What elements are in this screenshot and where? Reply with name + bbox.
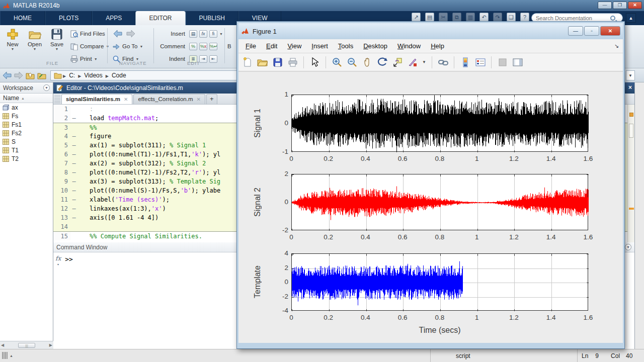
- open-file-icon[interactable]: [257, 56, 268, 68]
- workspace-variable-row[interactable]: Fs2: [0, 129, 53, 137]
- workspace-variable-row[interactable]: T1: [0, 146, 53, 154]
- redo-icon[interactable]: ↷: [493, 13, 502, 22]
- workspace-variable-row[interactable]: S: [0, 137, 53, 146]
- collapse-toolstrip-button[interactable]: ▲: [626, 13, 636, 23]
- axes-3[interactable]: [291, 253, 588, 311]
- help-icon[interactable]: ?: [520, 13, 529, 22]
- minimize-button[interactable]: —: [598, 2, 612, 9]
- switch-windows-icon[interactable]: ❏: [507, 13, 516, 22]
- copy-icon[interactable]: ⧉: [452, 13, 461, 22]
- indent-right-icon[interactable]: ⇥: [199, 55, 207, 63]
- wrap-comments-icon[interactable]: %↵: [209, 43, 217, 50]
- figure-titlebar[interactable]: Figure 1 — ▫ ✕: [238, 23, 623, 39]
- toolstrip-tab-editor[interactable]: EDITOR: [135, 11, 185, 25]
- workspace-variable-row[interactable]: T2: [0, 154, 53, 163]
- print-figure-icon[interactable]: [287, 56, 298, 68]
- figure-menu-edit[interactable]: Edit: [261, 42, 282, 50]
- workspace-name-column-header[interactable]: Name▲: [0, 94, 53, 103]
- insert-colorbar-icon[interactable]: [459, 56, 471, 68]
- warning-indicator-icon[interactable]: [629, 113, 633, 117]
- figure-menu-window[interactable]: Window: [392, 42, 426, 50]
- brush-dropdown-icon[interactable]: ▼: [422, 56, 427, 68]
- breakpoints-button[interactable]: B: [227, 42, 231, 51]
- signal-plot-1[interactable]: [292, 95, 589, 152]
- figure-restore-button[interactable]: ▫: [584, 26, 599, 36]
- insert-legend-icon[interactable]: [474, 56, 486, 68]
- breadcrumb-segment[interactable]: Videos: [84, 72, 102, 79]
- figure-menu-desktop[interactable]: Desktop: [358, 42, 392, 50]
- insert-fi-icon[interactable]: fi: [209, 30, 217, 38]
- print-button[interactable]: Print▼: [70, 54, 98, 63]
- uncomment-icon[interactable]: %x: [199, 43, 207, 50]
- workspace-menu-button[interactable]: ▼: [43, 84, 50, 91]
- back-button[interactable]: [113, 29, 123, 38]
- workspace-variable-row[interactable]: Fs1: [0, 120, 53, 129]
- toolstrip-tab-publish[interactable]: PUBLISH: [186, 11, 238, 25]
- save-figure-icon[interactable]: [272, 56, 283, 68]
- workspace-horizontal-scrollbar[interactable]: ◀ ||| ▶: [0, 341, 53, 349]
- figure-menu-help[interactable]: Help: [426, 42, 449, 50]
- search-input[interactable]: [535, 15, 610, 22]
- shortcut-icon[interactable]: ↗: [412, 13, 421, 22]
- toolstrip-tab-apps[interactable]: APPS: [92, 11, 135, 25]
- figure-menu-view[interactable]: View: [282, 42, 306, 50]
- scroll-left-icon[interactable]: ◀: [1, 343, 4, 347]
- address-dropdown-button[interactable]: ▼: [626, 70, 635, 80]
- new-document-tab-button[interactable]: +: [206, 94, 217, 104]
- link-plot-icon[interactable]: [437, 56, 449, 68]
- rotate-3d-icon[interactable]: [376, 56, 388, 68]
- editor-scrollbar-thumb[interactable]: [629, 124, 633, 138]
- insert-function-icon[interactable]: fx: [199, 30, 207, 38]
- paste-icon[interactable]: ▥: [466, 13, 475, 22]
- quick-save-icon[interactable]: ▤: [425, 13, 434, 22]
- figure-menu-insert[interactable]: Insert: [306, 42, 333, 50]
- tab-close-icon[interactable]: ✕: [197, 95, 201, 104]
- save-button[interactable]: Save▼: [46, 28, 67, 51]
- figure-menu-tools[interactable]: Tools: [333, 42, 358, 50]
- new-figure-icon[interactable]: [242, 56, 253, 68]
- new-button[interactable]: New▼: [2, 28, 23, 51]
- signal-plot-3[interactable]: [292, 254, 589, 311]
- dock-figure-icon[interactable]: ↘: [614, 43, 619, 49]
- warning-line-marker[interactable]: [629, 208, 634, 210]
- tab-close-icon[interactable]: ✕: [124, 95, 128, 104]
- maximize-button[interactable]: ❐: [613, 2, 627, 9]
- insert-section-icon[interactable]: ▤: [189, 30, 197, 38]
- breadcrumb-segment[interactable]: C:: [69, 72, 75, 79]
- indent-left-icon[interactable]: ⇤: [209, 55, 217, 63]
- editor-annotation-strip[interactable]: [627, 105, 634, 242]
- axes-1[interactable]: [291, 95, 588, 152]
- toolstrip-tab-home[interactable]: HOME: [0, 11, 45, 25]
- zoom-out-icon[interactable]: [346, 56, 358, 68]
- command-window-menu-button[interactable]: ▼: [625, 244, 631, 250]
- forward-nav-icon[interactable]: [14, 71, 23, 79]
- figure-close-button[interactable]: ✕: [600, 26, 620, 36]
- open-button[interactable]: Open▼: [24, 28, 45, 51]
- editor-tab[interactable]: signalSimilarities.m✕: [61, 94, 132, 104]
- edit-plot-pointer-icon[interactable]: [309, 56, 320, 68]
- workspace-variable-row[interactable]: ax: [0, 103, 53, 112]
- find-files-button[interactable]: Find Files: [70, 29, 105, 38]
- figure-menu-file[interactable]: File: [240, 42, 261, 50]
- zoom-in-icon[interactable]: [331, 56, 343, 68]
- tab-bar-grip[interactable]: [54, 95, 60, 103]
- back-nav-icon[interactable]: [3, 71, 12, 79]
- data-cursor-icon[interactable]: [391, 56, 403, 68]
- axes-2[interactable]: [291, 174, 588, 230]
- scrollbar-thumb[interactable]: |||: [18, 343, 35, 348]
- goto-button[interactable]: Go To▼: [113, 42, 143, 51]
- up-folder-icon[interactable]: [26, 71, 35, 79]
- status-grip-icon[interactable]: ▲: [2, 352, 13, 359]
- browse-folder-icon[interactable]: [37, 71, 46, 79]
- signal-plot-2[interactable]: [292, 174, 589, 231]
- pan-icon[interactable]: [361, 56, 373, 68]
- figure-minimize-button[interactable]: —: [568, 26, 583, 36]
- hide-plot-tools-icon[interactable]: [497, 56, 508, 68]
- compare-button[interactable]: Compare▼: [70, 42, 109, 51]
- breadcrumb-segment[interactable]: Code: [112, 72, 126, 79]
- cut-icon[interactable]: ✂: [439, 13, 448, 22]
- editor-close-icon[interactable]: ×: [628, 84, 632, 91]
- comment-icon[interactable]: %: [189, 43, 197, 50]
- show-plot-tools-icon[interactable]: [512, 56, 523, 68]
- toolstrip-tab-plots[interactable]: PLOTS: [45, 11, 92, 25]
